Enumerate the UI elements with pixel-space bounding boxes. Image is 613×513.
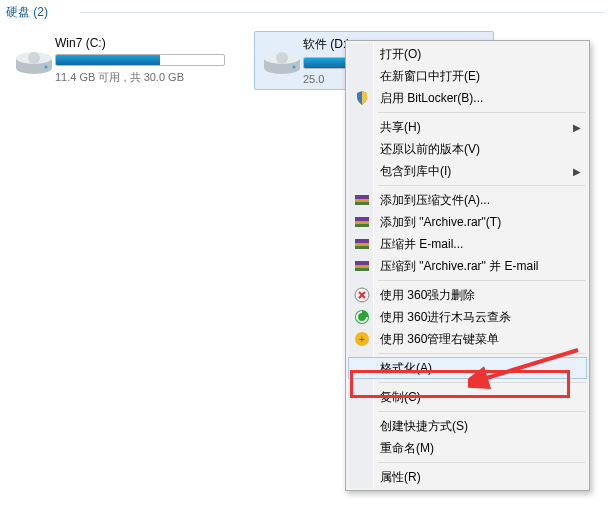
svg-rect-20 xyxy=(355,265,369,268)
context-menu: 打开(O)在新窗口中打开(E)启用 BitLocker(B)...共享(H)▶还… xyxy=(345,40,590,491)
winrar-icon xyxy=(353,191,371,209)
menu-item-label: 在新窗口中打开(E) xyxy=(380,68,480,85)
winrar-icon xyxy=(353,235,371,253)
menu-item[interactable]: 还原以前的版本(V) xyxy=(348,138,587,160)
svg-rect-15 xyxy=(355,224,369,227)
svg-rect-14 xyxy=(355,221,369,224)
menu-item[interactable]: 属性(R) xyxy=(348,466,587,488)
menu-item[interactable]: 添加到 "Archive.rar"(T) xyxy=(348,211,587,233)
menu-item[interactable]: 启用 BitLocker(B)... xyxy=(348,87,587,109)
q360mgr-icon: + xyxy=(353,330,371,348)
menu-item[interactable]: +使用 360管理右键菜单 xyxy=(348,328,587,350)
menu-item[interactable]: 添加到压缩文件(A)... xyxy=(348,189,587,211)
submenu-arrow-icon: ▶ xyxy=(573,122,581,133)
hard-disk-icon xyxy=(13,36,55,78)
menu-item-label: 还原以前的版本(V) xyxy=(380,141,480,158)
menu-separator xyxy=(378,112,585,113)
menu-item[interactable]: 格式化(A)... xyxy=(348,357,587,379)
menu-separator xyxy=(378,462,585,463)
q360scan-icon xyxy=(353,308,371,326)
drive-capacity-fill xyxy=(56,55,160,65)
drive-body: Win7 (C:)11.4 GB 可用 , 共 30.0 GB xyxy=(55,36,239,85)
svg-text:+: + xyxy=(359,334,365,345)
menu-item[interactable]: 压缩并 E-mail... xyxy=(348,233,587,255)
menu-separator xyxy=(378,382,585,383)
menu-separator xyxy=(378,411,585,412)
svg-rect-16 xyxy=(355,239,369,243)
svg-rect-19 xyxy=(355,261,369,265)
drive-item[interactable]: Win7 (C:)11.4 GB 可用 , 共 30.0 GB xyxy=(6,31,246,90)
svg-point-3 xyxy=(28,52,40,64)
menu-item[interactable]: 在新窗口中打开(E) xyxy=(348,65,587,87)
menu-item-label: 重命名(M) xyxy=(380,440,434,457)
drive-name: Win7 (C:) xyxy=(55,36,239,50)
menu-item-label: 共享(H) xyxy=(380,119,421,136)
svg-rect-17 xyxy=(355,243,369,246)
menu-item[interactable]: 复制(C) xyxy=(348,386,587,408)
menu-item-label: 使用 360强力删除 xyxy=(380,287,475,304)
menu-item-label: 复制(C) xyxy=(380,389,421,406)
svg-rect-12 xyxy=(355,202,369,205)
svg-rect-13 xyxy=(355,217,369,221)
menu-item[interactable]: 使用 360强力删除 xyxy=(348,284,587,306)
shield-icon xyxy=(353,89,371,107)
section-header: 硬盘 (2) xyxy=(0,0,613,23)
menu-item-label: 添加到压缩文件(A)... xyxy=(380,192,490,209)
menu-separator xyxy=(378,353,585,354)
menu-item[interactable]: 包含到库中(I)▶ xyxy=(348,160,587,182)
svg-rect-11 xyxy=(355,199,369,202)
menu-item-label: 使用 360管理右键菜单 xyxy=(380,331,499,348)
menu-item-label: 启用 BitLocker(B)... xyxy=(380,90,483,107)
menu-item-label: 格式化(A)... xyxy=(380,360,442,377)
drive-capacity-bar xyxy=(55,54,225,66)
svg-point-4 xyxy=(44,65,47,68)
menu-item[interactable]: 使用 360进行木马云查杀 xyxy=(348,306,587,328)
svg-rect-10 xyxy=(355,195,369,199)
menu-item-label: 包含到库中(I) xyxy=(380,163,451,180)
menu-item-label: 使用 360进行木马云查杀 xyxy=(380,309,511,326)
menu-item[interactable]: 创建快捷方式(S) xyxy=(348,415,587,437)
winrar-icon xyxy=(353,213,371,231)
menu-separator xyxy=(378,280,585,281)
svg-rect-18 xyxy=(355,246,369,249)
menu-separator xyxy=(378,185,585,186)
hard-disk-icon xyxy=(261,36,303,78)
menu-item-label: 属性(R) xyxy=(380,469,421,486)
submenu-arrow-icon: ▶ xyxy=(573,166,581,177)
menu-item-label: 打开(O) xyxy=(380,46,421,63)
section-title: 硬盘 (2) xyxy=(6,5,48,19)
svg-point-9 xyxy=(292,65,295,68)
menu-item[interactable]: 打开(O) xyxy=(348,43,587,65)
drive-subtext: 11.4 GB 可用 , 共 30.0 GB xyxy=(55,70,239,85)
menu-item-label: 压缩到 "Archive.rar" 并 E-mail xyxy=(380,258,539,275)
winrar-icon xyxy=(353,257,371,275)
svg-rect-21 xyxy=(355,268,369,271)
menu-item[interactable]: 共享(H)▶ xyxy=(348,116,587,138)
menu-item-label: 添加到 "Archive.rar"(T) xyxy=(380,214,501,231)
menu-item[interactable]: 压缩到 "Archive.rar" 并 E-mail xyxy=(348,255,587,277)
menu-item-label: 压缩并 E-mail... xyxy=(380,236,463,253)
q360del-icon xyxy=(353,286,371,304)
menu-item-label: 创建快捷方式(S) xyxy=(380,418,468,435)
menu-item[interactable]: 重命名(M) xyxy=(348,437,587,459)
context-menu-items: 打开(O)在新窗口中打开(E)启用 BitLocker(B)...共享(H)▶还… xyxy=(348,43,587,488)
svg-point-8 xyxy=(276,52,288,64)
